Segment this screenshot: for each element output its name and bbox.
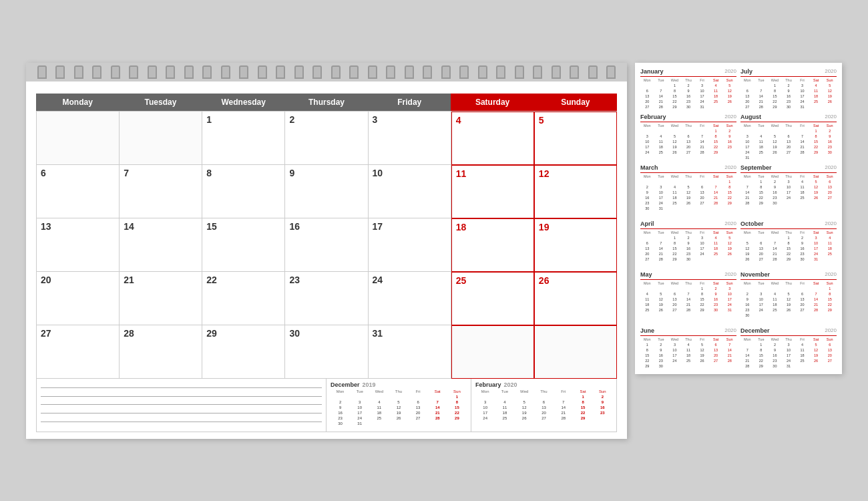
side-month-header: July2020 bbox=[740, 68, 837, 75]
side-day: 0 bbox=[754, 262, 769, 267]
day-number: 15 bbox=[206, 221, 280, 232]
side-day: 26 bbox=[668, 150, 682, 155]
side-day: 0 bbox=[823, 313, 837, 318]
side-day: 21 bbox=[740, 358, 754, 363]
side-day: 1 bbox=[709, 128, 723, 134]
side-day: 25 bbox=[795, 195, 809, 200]
side-day: 5 bbox=[654, 291, 668, 297]
side-day: 0 bbox=[768, 286, 782, 291]
side-day: 8 bbox=[668, 88, 682, 94]
side-day: 20 bbox=[823, 190, 837, 195]
side-day: 10 bbox=[654, 190, 668, 195]
cal-day-25: 25 bbox=[451, 272, 534, 325]
side-day: 18 bbox=[709, 246, 723, 251]
mini-day: 0 bbox=[369, 421, 389, 426]
side-day: 8 bbox=[640, 347, 654, 353]
side-day: 12 bbox=[668, 139, 682, 144]
side-month-header: June2020 bbox=[640, 327, 736, 334]
side-day: 10 bbox=[782, 347, 796, 353]
side-day-hdr: Thu bbox=[782, 124, 796, 128]
side-day: 22 bbox=[823, 302, 837, 307]
mini-day: 12 bbox=[389, 405, 408, 410]
mini-day: 7 bbox=[554, 399, 573, 405]
side-day: 11 bbox=[809, 88, 823, 94]
notes-cell bbox=[37, 379, 327, 432]
side-day-hdr: Mon bbox=[640, 174, 654, 178]
side-day: 30 bbox=[795, 257, 809, 262]
side-day: 26 bbox=[740, 257, 754, 262]
side-month-name: October bbox=[740, 220, 764, 227]
side-day: 10 bbox=[640, 139, 654, 144]
mini-day: 5 bbox=[389, 399, 408, 405]
day-number: 24 bbox=[373, 275, 447, 285]
side-day: 22 bbox=[640, 358, 654, 363]
cal-day-1: 1 bbox=[202, 112, 285, 165]
side-day: 6 bbox=[682, 134, 696, 139]
day-number: 16 bbox=[289, 221, 363, 232]
side-day: 0 bbox=[709, 206, 723, 211]
day-header-thursday: Thursday bbox=[285, 94, 368, 111]
side-day: 15 bbox=[754, 353, 769, 358]
side-day: 5 bbox=[722, 83, 736, 88]
side-day: 31 bbox=[654, 206, 668, 211]
side-day: 30 bbox=[709, 307, 723, 313]
side-month-year: 2020 bbox=[724, 114, 736, 120]
side-day: 2 bbox=[709, 286, 723, 291]
side-day: 1 bbox=[754, 342, 769, 347]
side-day-hdr: Mon bbox=[740, 78, 754, 82]
side-day: 4 bbox=[654, 134, 668, 139]
side-month-name: March bbox=[640, 164, 658, 171]
mini-day: 14 bbox=[428, 405, 447, 410]
side-day: 12 bbox=[722, 88, 736, 94]
side-month-september: September2020MonTueWedThuFriSatSun012345… bbox=[740, 164, 837, 216]
side-month-year: 2020 bbox=[825, 164, 837, 170]
side-day-hdr: Sat bbox=[709, 230, 723, 234]
side-day: 3 bbox=[809, 235, 823, 240]
side-day: 20 bbox=[795, 302, 809, 307]
side-day: 7 bbox=[809, 291, 823, 297]
side-month-divider bbox=[640, 228, 736, 229]
side-day: 0 bbox=[682, 128, 696, 134]
side-month-year: 2020 bbox=[724, 327, 736, 333]
side-day: 29 bbox=[809, 150, 823, 155]
spiral-tooth bbox=[148, 65, 157, 79]
side-day: 29 bbox=[754, 363, 769, 369]
side-month-divider bbox=[640, 335, 736, 336]
side-day: 27 bbox=[640, 104, 654, 110]
side-day: 12 bbox=[809, 347, 823, 353]
cal-day-16: 16 bbox=[285, 218, 368, 272]
side-day: 24 bbox=[640, 150, 654, 155]
side-day: 0 bbox=[654, 211, 668, 216]
side-day: 16 bbox=[795, 246, 809, 251]
side-day: 9 bbox=[682, 88, 696, 94]
side-day-hdr: Fri bbox=[695, 78, 709, 82]
spiral-tooth bbox=[312, 65, 322, 79]
side-day: 1 bbox=[668, 235, 682, 240]
side-day: 0 bbox=[709, 363, 723, 369]
side-day: 8 bbox=[722, 184, 736, 190]
side-month-year: 2020 bbox=[825, 220, 837, 226]
side-day: 6 bbox=[668, 291, 682, 297]
side-day: 29 bbox=[823, 307, 837, 313]
side-day: 13 bbox=[668, 297, 682, 302]
side-day: 17 bbox=[795, 94, 809, 99]
side-day-hdr: Thu bbox=[782, 281, 796, 285]
side-day: 28 bbox=[740, 200, 754, 206]
side-day: 5 bbox=[682, 184, 696, 190]
side-day: 5 bbox=[823, 83, 837, 88]
side-day: 15 bbox=[809, 139, 823, 144]
day-header-tuesday: Tuesday bbox=[119, 94, 202, 111]
mini-day: 22 bbox=[447, 410, 467, 415]
side-day: 21 bbox=[809, 302, 823, 307]
side-day: 14 bbox=[740, 190, 754, 195]
mini-day: 18 bbox=[369, 410, 389, 415]
cal-day-21: 21 bbox=[120, 272, 202, 325]
side-day: 9 bbox=[795, 240, 809, 246]
mini-day: 23 bbox=[593, 410, 612, 415]
side-day: 29 bbox=[754, 200, 769, 206]
side-day: 4 bbox=[640, 291, 654, 297]
notes-mini-row: December2019MonTueWedThuFriSatSun0000001… bbox=[36, 379, 617, 432]
side-day: 22 bbox=[754, 195, 769, 200]
side-day: 8 bbox=[709, 134, 723, 139]
side-month-year: 2020 bbox=[825, 114, 837, 120]
